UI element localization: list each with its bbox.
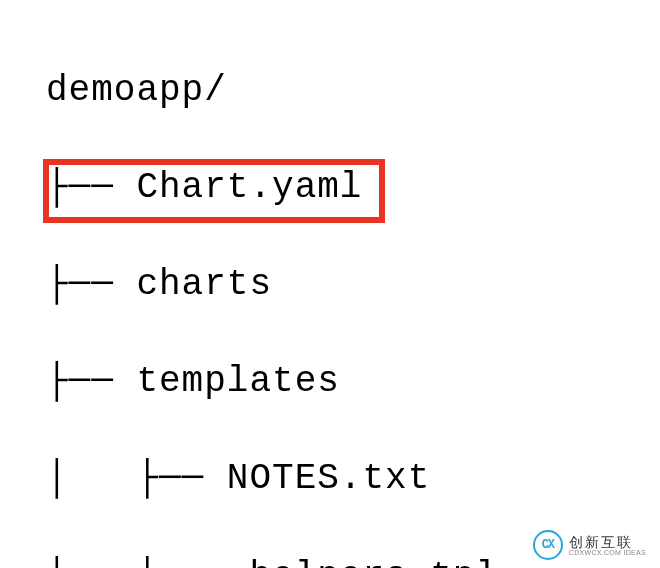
tree-item-chart-yaml: ├── Chart.yaml <box>46 164 660 213</box>
watermark-en: CDXWCX.COM IDEAS <box>569 549 646 556</box>
directory-tree: demoapp/ ├── Chart.yaml ├── charts ├── t… <box>0 0 660 568</box>
tree-item-charts: ├── charts <box>46 261 660 310</box>
watermark-cn: 创新互联 <box>569 535 646 549</box>
tree-root: demoapp/ <box>46 67 660 116</box>
watermark-text: 创新互联 CDXWCX.COM IDEAS <box>569 535 646 556</box>
watermark: CX 创新互联 CDXWCX.COM IDEAS <box>531 528 652 562</box>
watermark-logo-icon: CX <box>533 530 563 560</box>
tree-item-templates: ├── templates <box>46 358 660 407</box>
tree-item-notes-txt: │ ├── NOTES.txt <box>46 455 660 504</box>
